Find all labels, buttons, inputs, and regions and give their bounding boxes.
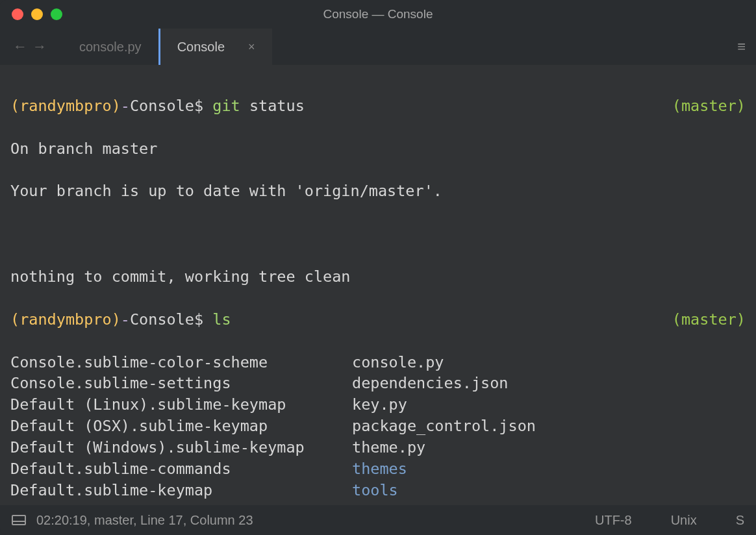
panel-icon[interactable] bbox=[12, 515, 26, 525]
prompt-sep: - bbox=[121, 97, 130, 115]
window-title: Console — Console bbox=[0, 7, 756, 21]
prompt-user: randymbpro bbox=[19, 97, 111, 115]
ls-item: Default.sublime-commands bbox=[10, 458, 352, 480]
command-git: git bbox=[212, 97, 240, 115]
ls-item: utils.py bbox=[352, 501, 746, 505]
tab-bar: ← → console.py Console × ≡ bbox=[0, 29, 756, 65]
forward-button[interactable]: → bbox=[32, 38, 47, 55]
ls-item: dependencies.json bbox=[352, 373, 746, 394]
status-line-ending[interactable]: Unix bbox=[671, 513, 697, 528]
prompt-line-1: (randymbpro)-Console$ git status(master) bbox=[10, 95, 746, 117]
output-line: nothing to commit, working tree clean bbox=[10, 266, 746, 288]
status-bar: 02:20:19, master, Line 17, Column 23 UTF… bbox=[0, 505, 756, 535]
tab-console-py[interactable]: console.py bbox=[62, 29, 158, 65]
zoom-window-button[interactable] bbox=[51, 8, 62, 20]
minimize-window-button[interactable] bbox=[31, 8, 43, 20]
ls-item: package_control.json bbox=[352, 416, 746, 437]
close-window-button[interactable] bbox=[12, 8, 23, 20]
ls-output: Console.sublime-color-schemeconsole.py C… bbox=[10, 352, 746, 505]
tab-console[interactable]: Console × bbox=[158, 29, 272, 65]
ls-item: console.py bbox=[352, 352, 746, 373]
output-blank bbox=[10, 223, 746, 245]
git-branch: master bbox=[681, 97, 737, 115]
command-arg-status: status bbox=[249, 97, 305, 115]
ls-item: README.md bbox=[10, 501, 352, 505]
close-icon[interactable]: × bbox=[248, 40, 255, 54]
ls-item-dir: tools bbox=[352, 480, 746, 501]
status-syntax[interactable]: S bbox=[736, 513, 744, 528]
terminal-view[interactable]: (randymbpro)-Console$ git status(master)… bbox=[0, 65, 756, 505]
ls-item: theme.py bbox=[352, 437, 746, 458]
tab-label: console.py bbox=[79, 40, 142, 55]
prompt-symbol: $ bbox=[194, 97, 203, 115]
output-line: Your branch is up to date with 'origin/m… bbox=[10, 180, 746, 202]
ls-item: Default.sublime-keymap bbox=[10, 480, 352, 501]
tab-label: Console bbox=[177, 40, 225, 55]
nav-arrows: ← → bbox=[13, 38, 62, 55]
prompt-path: Console bbox=[130, 97, 194, 115]
menu-icon[interactable]: ≡ bbox=[737, 38, 746, 55]
prompt-line-2: (randymbpro)-Console$ ls(master) bbox=[10, 309, 746, 330]
title-bar: Console — Console bbox=[0, 0, 756, 29]
status-left[interactable]: 02:20:19, master, Line 17, Column 23 bbox=[36, 513, 253, 528]
traffic-lights bbox=[0, 8, 62, 20]
ls-item-dir: themes bbox=[352, 458, 746, 480]
ls-item: Default (Windows).sublime-keymap bbox=[10, 437, 352, 458]
ls-item: Default (OSX).sublime-keymap bbox=[10, 416, 352, 437]
back-button[interactable]: ← bbox=[13, 38, 27, 55]
ls-item: Console.sublime-settings bbox=[10, 373, 352, 394]
ls-item: Default (Linux).sublime-keymap bbox=[10, 394, 352, 416]
ls-item: Console.sublime-color-scheme bbox=[10, 352, 352, 373]
output-line: On branch master bbox=[10, 138, 746, 160]
ls-item: key.py bbox=[352, 394, 746, 416]
command-ls: ls bbox=[212, 310, 231, 329]
status-encoding[interactable]: UTF-8 bbox=[595, 513, 632, 528]
